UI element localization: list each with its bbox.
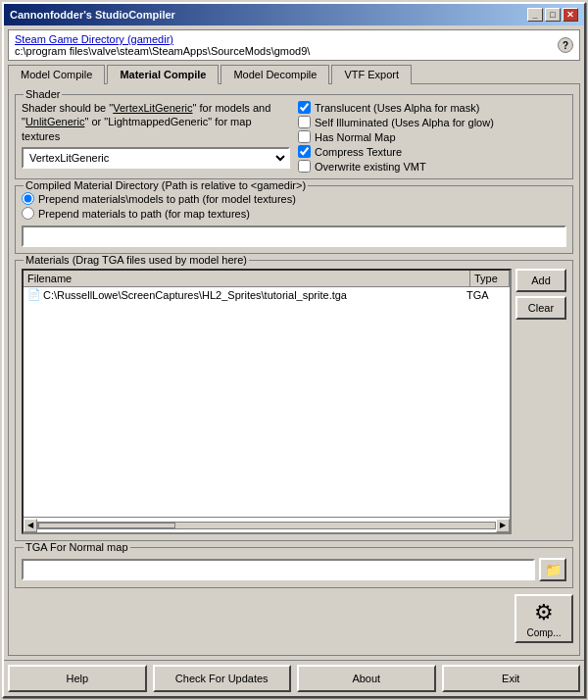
normal-map-input[interactable] <box>22 559 535 580</box>
normal-map-section: TGA For Normal map 📁 <box>15 547 573 588</box>
minimize-button[interactable]: _ <box>527 8 543 22</box>
radio-models-path: Prepend materials\models to path (for mo… <box>22 192 566 205</box>
radio-models-path-label: Prepend materials\models to path (for mo… <box>38 193 296 205</box>
shader-checkboxes: Translucent (Uses Alpha for mask) Self I… <box>298 101 566 173</box>
shader-description: Shader should be "VertexLitGeneric" for … <box>22 101 290 143</box>
steam-dir-path: c:\program files\valve\steam\SteamApps\S… <box>15 45 310 57</box>
tab-bar: Model Compile Material Compile Model Dec… <box>8 65 580 84</box>
file-list: Filename Type 📄 C:\RussellLowe\ScreenCap… <box>22 269 512 534</box>
type-column-header: Type <box>470 271 510 286</box>
scrollbar-thumb <box>38 523 175 528</box>
shader-section: Shader Shader should be "VertexLitGeneri… <box>15 94 573 179</box>
self-illuminated-checkbox[interactable] <box>298 116 311 128</box>
window-title: Cannonfodder's StudioCompiler <box>10 9 175 21</box>
scroll-right-arrow[interactable]: ▶ <box>496 519 510 532</box>
checkbox-self-illuminated: Self Illuminated (Uses Alpha for glow) <box>298 116 566 128</box>
file-icon: 📄 <box>27 288 41 301</box>
title-bar: Cannonfodder's StudioCompiler _ □ ✕ <box>4 4 584 25</box>
shader-section-inner: Shader should be "VertexLitGeneric" for … <box>22 101 566 173</box>
materials-section-label: Materials (Drag TGA files used by model … <box>24 254 249 266</box>
scroll-left-arrow[interactable]: ◀ <box>24 519 37 532</box>
checkbox-overwrite-vmt: Overwrite existing VMT <box>298 160 566 173</box>
compress-texture-checkbox[interactable] <box>298 145 311 158</box>
shader-section-label: Shader <box>24 88 62 100</box>
steam-dir-label[interactable]: Steam Game Directory (gamedir) <box>15 33 310 45</box>
translucent-checkbox[interactable] <box>298 101 311 114</box>
filename-column-header: Filename <box>24 271 470 286</box>
has-normal-map-label: Has Normal Map <box>315 131 396 143</box>
add-button[interactable]: Add <box>515 269 566 292</box>
file-type: TGA <box>466 289 506 301</box>
scrollbar-track[interactable] <box>37 522 496 529</box>
radio-models-path-input[interactable] <box>22 192 34 205</box>
compress-texture-label: Compress Texture <box>315 146 402 158</box>
materials-section: Materials (Drag TGA files used by model … <box>15 260 573 541</box>
scrollbar: ◀ ▶ <box>24 517 510 532</box>
radio-map-path: Prepend materials to path (for map textu… <box>22 207 566 220</box>
tab-model-compile[interactable]: Model Compile <box>8 65 105 84</box>
compiled-dir-section: Compiled Material Directory (Path is rel… <box>15 185 573 254</box>
checkbox-compress-texture: Compress Texture <box>298 145 566 158</box>
shader-left: Shader should be "VertexLitGeneric" for … <box>22 101 290 173</box>
tab-content: Shader Shader should be "VertexLitGeneri… <box>8 83 580 656</box>
close-button[interactable]: ✕ <box>563 8 578 22</box>
table-row: 📄 C:\RussellLowe\ScreenCaptures\HL2_Spri… <box>24 287 510 302</box>
overwrite-vmt-label: Overwrite existing VMT <box>315 161 426 173</box>
gear-icon: ⚙ <box>534 600 554 625</box>
bottom-bar: Help Check For Updates About Exit <box>4 660 584 696</box>
compiled-dir-input[interactable]: JoeStudent <box>22 225 566 247</box>
normal-map-label: TGA For Normal map <box>24 541 130 553</box>
browse-normal-map-button[interactable]: 📁 <box>539 558 566 581</box>
help-button[interactable]: Help <box>8 665 147 692</box>
about-button[interactable]: About <box>297 665 436 692</box>
help-icon[interactable]: ? <box>558 37 573 53</box>
radio-map-path-label: Prepend materials to path (for map textu… <box>38 208 250 220</box>
file-list-body[interactable]: 📄 C:\RussellLowe\ScreenCaptures\HL2_Spri… <box>24 287 510 517</box>
tab-material-compile[interactable]: Material Compile <box>107 65 219 84</box>
exit-button[interactable]: Exit <box>442 665 581 692</box>
compile-button[interactable]: ⚙ Comp... <box>514 594 573 643</box>
checkbox-translucent: Translucent (Uses Alpha for mask) <box>298 101 566 114</box>
tab-model-decompile[interactable]: Model Decompile <box>220 65 329 84</box>
tab-vtf-export[interactable]: VTF Export <box>331 65 412 84</box>
steam-dir-bar: Steam Game Directory (gamedir) c:\progra… <box>8 29 580 61</box>
materials-buttons: Add Clear <box>515 269 566 534</box>
clear-button[interactable]: Clear <box>515 296 566 320</box>
compile-label: Comp... <box>526 627 561 638</box>
translucent-label: Translucent (Uses Alpha for mask) <box>315 102 479 114</box>
check-updates-button[interactable]: Check For Updates <box>153 665 292 692</box>
has-normal-map-checkbox[interactable] <box>298 130 311 143</box>
radio-map-path-input[interactable] <box>22 207 34 220</box>
main-window: Cannonfodder's StudioCompiler _ □ ✕ Stea… <box>2 2 586 698</box>
folder-icon: 📁 <box>545 562 562 577</box>
shader-dropdown[interactable]: VertexLitGeneric UnlitGeneric Lightmappe… <box>22 147 290 169</box>
window-content: Steam Game Directory (gamedir) c:\progra… <box>4 25 584 660</box>
maximize-button[interactable]: □ <box>545 8 561 22</box>
file-list-header: Filename Type <box>24 271 510 287</box>
materials-inner: Filename Type 📄 C:\RussellLowe\ScreenCap… <box>22 269 566 534</box>
title-controls: _ □ ✕ <box>527 8 578 22</box>
compile-area: ⚙ Comp... <box>15 594 573 643</box>
overwrite-vmt-checkbox[interactable] <box>298 160 311 173</box>
self-illuminated-label: Self Illuminated (Uses Alpha for glow) <box>315 117 494 128</box>
compiled-dir-label: Compiled Material Directory (Path is rel… <box>24 179 308 191</box>
checkbox-has-normal-map: Has Normal Map <box>298 130 566 143</box>
file-filename: 📄 C:\RussellLowe\ScreenCaptures\HL2_Spri… <box>27 288 466 301</box>
normal-map-inner: 📁 <box>22 558 566 581</box>
